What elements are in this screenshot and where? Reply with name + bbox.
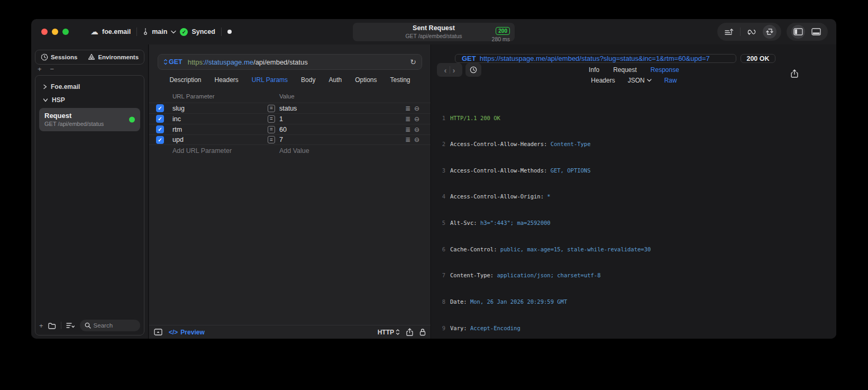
line-number: 3 — [435, 167, 445, 174]
request-url-bar[interactable]: GET https://statuspage.me/api/embed/stat… — [158, 54, 422, 70]
param-enabled-checkbox[interactable]: ✓ — [156, 125, 164, 133]
url-path[interactable]: /api/embed/status — [253, 58, 308, 66]
param-value-field[interactable]: 60 — [279, 126, 287, 133]
pull-request-icon[interactable] — [745, 25, 759, 39]
param-row: ✓ inc = 1 ≣ ⊖ — [149, 113, 431, 124]
tab-url-params[interactable]: URL Params — [252, 76, 288, 84]
forward-button[interactable]: › — [453, 66, 455, 75]
line-number: 4 — [435, 193, 445, 199]
sidebar-item-request[interactable]: Request GET /api/embed/status — [39, 108, 140, 131]
back-button[interactable]: ‹ — [444, 66, 447, 75]
request-editor-pane: GET https://statuspage.me/api/embed/stat… — [149, 44, 431, 339]
tab-headers[interactable]: Headers — [214, 76, 238, 84]
search-input[interactable]: Search — [80, 320, 140, 331]
resend-request-icon[interactable]: ↻ — [410, 58, 416, 66]
remove-param-icon[interactable]: ⊖ — [414, 105, 419, 112]
tab-auth[interactable]: Auth — [328, 76, 342, 84]
tab-options[interactable]: Options — [355, 76, 377, 84]
param-enabled-checkbox[interactable]: ✓ — [156, 104, 164, 112]
close-window-button[interactable] — [41, 29, 48, 35]
chevron-down-icon[interactable] — [171, 30, 176, 34]
tab-sessions[interactable]: Sessions — [41, 53, 78, 61]
cloud-icon: ☁ — [90, 27, 98, 37]
tab-info[interactable]: Info — [589, 66, 599, 74]
equals-icon: = — [268, 115, 275, 123]
sent-request-subtitle: GET /api/embed/status — [405, 33, 462, 40]
add-session-button[interactable]: + — [38, 65, 42, 73]
method-selector[interactable]: GET — [163, 58, 182, 66]
expand-panel-icon[interactable] — [154, 329, 162, 335]
sidebar-group-foe-email[interactable]: Foe.email — [35, 80, 144, 93]
add-request-button[interactable]: + — [39, 322, 43, 330]
column-value: Value — [268, 93, 405, 99]
equals-icon: = — [268, 136, 275, 143]
commit-icon[interactable] — [722, 25, 736, 39]
tab-description[interactable]: Description — [169, 76, 201, 84]
param-enabled-checkbox[interactable]: ✓ — [156, 115, 164, 123]
column-url-parameter: URL Parameter — [172, 93, 268, 99]
divider — [136, 28, 137, 36]
sort-options-icon[interactable] — [66, 322, 75, 329]
tab-testing[interactable]: Testing — [390, 76, 410, 84]
param-enabled-checkbox[interactable]: ✓ — [156, 136, 164, 144]
preview-button[interactable]: </> Preview — [169, 329, 205, 336]
response-raw-view[interactable]: 1HTTP/1.1 200 OK 2Access-Control-Allow-H… — [432, 84, 836, 339]
tab-request[interactable]: Request — [613, 66, 637, 74]
titlebar: ☁ foe.email main ✓ Synced Sent Request G… — [31, 19, 836, 44]
sent-request-url[interactable]: GEThttps://statuspage.me/api/embed/statu… — [455, 54, 736, 63]
search-placeholder: Search — [94, 322, 113, 329]
response-line: 5Alt-Svc: h3=":443"; ma=2592000 — [435, 220, 836, 226]
new-folder-icon[interactable] — [48, 322, 56, 329]
subtab-json[interactable]: JSON — [628, 77, 652, 84]
code-icon: </> — [169, 329, 178, 336]
remove-param-icon[interactable]: ⊖ — [414, 126, 419, 133]
param-value-field[interactable]: status — [279, 105, 297, 112]
history-button[interactable] — [465, 63, 481, 77]
remove-session-button[interactable]: − — [50, 65, 54, 73]
param-name-field[interactable]: slug — [172, 105, 268, 112]
sync-requests-icon[interactable] — [763, 25, 776, 39]
param-name-field[interactable]: upd — [172, 136, 268, 143]
subtab-headers[interactable]: Headers — [591, 77, 615, 84]
tab-environments[interactable]: Environments — [88, 53, 139, 61]
param-value-field[interactable]: 1 — [279, 115, 283, 123]
line-number: 2 — [435, 141, 445, 147]
tab-body[interactable]: Body — [301, 76, 315, 84]
toggle-sidebar-icon[interactable] — [791, 25, 805, 39]
request-status-dot — [129, 117, 135, 123]
minimize-window-button[interactable] — [52, 29, 58, 35]
param-value-field[interactable]: 7 — [279, 136, 283, 143]
param-name-field[interactable]: rtm — [172, 126, 268, 133]
line-number: 7 — [435, 272, 445, 278]
param-options-icon[interactable]: ≣ — [405, 126, 410, 133]
sidebar-group-hsp[interactable]: HSP — [35, 93, 144, 106]
remove-param-icon[interactable]: ⊖ — [414, 115, 419, 123]
share-icon[interactable] — [406, 328, 413, 336]
param-options-icon[interactable]: ≣ — [405, 136, 410, 143]
session-dot-icon[interactable] — [227, 30, 232, 34]
tab-response[interactable]: Response — [651, 66, 679, 74]
add-param-name-placeholder[interactable]: Add URL Parameter — [172, 147, 268, 155]
protocol-selector[interactable]: HTTP — [378, 329, 400, 336]
divider — [450, 66, 450, 74]
lock-icon[interactable] — [419, 328, 426, 336]
equals-icon: = — [268, 126, 275, 133]
url-scheme[interactable]: https — [188, 58, 203, 66]
params-header-row: URL Parameter Value — [149, 90, 431, 103]
param-row: ✓ upd = 7 ≣ ⊖ — [149, 134, 431, 145]
param-name-field[interactable]: inc — [172, 115, 268, 123]
branch-name[interactable]: main — [152, 28, 167, 35]
layout-toggles-group — [787, 23, 828, 41]
line-number: 8 — [435, 298, 445, 305]
sent-request-pill[interactable]: Sent Request GET /api/embed/status 200 2… — [353, 23, 515, 41]
sync-status[interactable]: Synced — [191, 28, 215, 35]
param-options-icon[interactable]: ≣ — [405, 115, 410, 123]
param-options-icon[interactable]: ≣ — [405, 105, 410, 112]
toggle-bottom-panel-icon[interactable] — [809, 25, 823, 39]
subtab-raw[interactable]: Raw — [664, 77, 677, 84]
add-param-value-placeholder[interactable]: Add Value — [268, 147, 405, 155]
url-host[interactable]: ://statuspage.me — [203, 58, 253, 66]
project-name[interactable]: foe.email — [102, 28, 131, 35]
remove-param-icon[interactable]: ⊖ — [414, 136, 419, 143]
zoom-window-button[interactable] — [62, 29, 69, 35]
